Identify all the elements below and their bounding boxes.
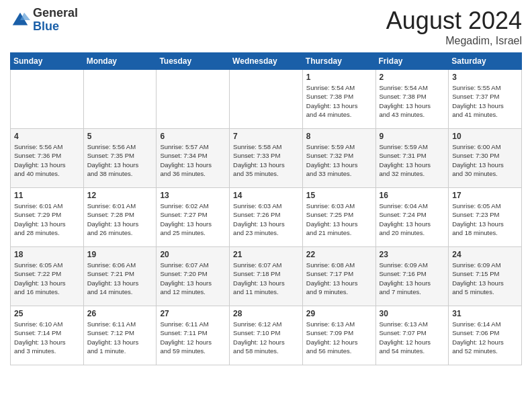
day-info: Sunrise: 6:10 AM Sunset: 7:14 PM Dayligh…: [14, 320, 80, 355]
logo: General Blue: [10, 7, 78, 34]
day-number: 9: [380, 132, 445, 141]
calendar-cell: 21Sunrise: 6:07 AM Sunset: 7:18 PM Dayli…: [230, 247, 303, 306]
day-info: Sunrise: 6:11 AM Sunset: 7:12 PM Dayligh…: [87, 320, 153, 355]
day-info: Sunrise: 5:59 AM Sunset: 7:31 PM Dayligh…: [380, 142, 445, 178]
day-number: 25: [14, 309, 80, 318]
day-number: 14: [233, 191, 299, 200]
day-number: 28: [233, 309, 299, 318]
day-info: Sunrise: 6:13 AM Sunset: 7:07 PM Dayligh…: [380, 320, 445, 355]
calendar-cell: 1Sunrise: 5:54 AM Sunset: 7:38 PM Daylig…: [302, 70, 375, 129]
calendar-week-5: 25Sunrise: 6:10 AM Sunset: 7:14 PM Dayli…: [11, 306, 522, 365]
day-info: Sunrise: 6:13 AM Sunset: 7:09 PM Dayligh…: [306, 320, 372, 355]
calendar-cell: 22Sunrise: 6:08 AM Sunset: 7:17 PM Dayli…: [302, 247, 375, 306]
day-info: Sunrise: 6:12 AM Sunset: 7:10 PM Dayligh…: [233, 320, 299, 355]
day-info: Sunrise: 5:54 AM Sunset: 7:38 PM Dayligh…: [306, 83, 372, 119]
calendar-cell: 14Sunrise: 6:03 AM Sunset: 7:26 PM Dayli…: [230, 188, 303, 247]
day-info: Sunrise: 6:11 AM Sunset: 7:11 PM Dayligh…: [160, 320, 226, 355]
day-number: 18: [14, 250, 80, 259]
day-number: 17: [452, 191, 518, 200]
calendar-cell: 15Sunrise: 6:03 AM Sunset: 7:25 PM Dayli…: [302, 188, 375, 247]
calendar-cell: 11Sunrise: 6:01 AM Sunset: 7:29 PM Dayli…: [11, 188, 84, 247]
calendar-cell: 6Sunrise: 5:57 AM Sunset: 7:34 PM Daylig…: [157, 129, 230, 188]
calendar-week-2: 4Sunrise: 5:56 AM Sunset: 7:36 PM Daylig…: [11, 129, 522, 188]
day-number: 5: [87, 132, 153, 141]
day-info: Sunrise: 5:59 AM Sunset: 7:32 PM Dayligh…: [306, 142, 372, 178]
calendar-cell: 28Sunrise: 6:12 AM Sunset: 7:10 PM Dayli…: [230, 306, 303, 365]
day-number: 3: [452, 73, 518, 82]
location-title: Megadim, Israel: [386, 35, 522, 47]
calendar-cell: 8Sunrise: 5:59 AM Sunset: 7:32 PM Daylig…: [302, 129, 375, 188]
day-info: Sunrise: 6:05 AM Sunset: 7:23 PM Dayligh…: [452, 201, 518, 237]
calendar-cell: [157, 70, 230, 129]
day-number: 20: [160, 250, 226, 259]
calendar-cell: 27Sunrise: 6:11 AM Sunset: 7:11 PM Dayli…: [157, 306, 230, 365]
calendar-week-4: 18Sunrise: 6:05 AM Sunset: 7:22 PM Dayli…: [11, 247, 522, 306]
day-info: Sunrise: 6:08 AM Sunset: 7:17 PM Dayligh…: [306, 261, 372, 296]
weekday-header-monday: Monday: [83, 53, 157, 70]
calendar-cell: 19Sunrise: 6:06 AM Sunset: 7:21 PM Dayli…: [83, 247, 157, 306]
calendar-cell: 12Sunrise: 6:01 AM Sunset: 7:28 PM Dayli…: [83, 188, 157, 247]
calendar-cell: 30Sunrise: 6:13 AM Sunset: 7:07 PM Dayli…: [375, 306, 449, 365]
day-number: 22: [306, 250, 372, 259]
day-info: Sunrise: 5:58 AM Sunset: 7:33 PM Dayligh…: [233, 142, 299, 178]
day-number: 2: [380, 73, 445, 82]
calendar-cell: 2Sunrise: 5:54 AM Sunset: 7:38 PM Daylig…: [375, 70, 449, 129]
day-info: Sunrise: 6:03 AM Sunset: 7:25 PM Dayligh…: [306, 201, 372, 237]
day-info: Sunrise: 6:07 AM Sunset: 7:18 PM Dayligh…: [233, 261, 299, 296]
calendar-cell: 5Sunrise: 5:56 AM Sunset: 7:35 PM Daylig…: [83, 129, 157, 188]
calendar-cell: 25Sunrise: 6:10 AM Sunset: 7:14 PM Dayli…: [11, 306, 84, 365]
day-info: Sunrise: 6:07 AM Sunset: 7:20 PM Dayligh…: [160, 261, 226, 296]
weekday-header-thursday: Thursday: [302, 53, 375, 70]
page-header: General Blue August 2024 Megadim, Israel: [10, 7, 522, 47]
day-number: 4: [14, 132, 80, 141]
day-info: Sunrise: 6:03 AM Sunset: 7:26 PM Dayligh…: [233, 201, 299, 237]
day-info: Sunrise: 6:06 AM Sunset: 7:21 PM Dayligh…: [87, 261, 153, 296]
day-number: 29: [306, 309, 372, 318]
calendar-cell: 7Sunrise: 5:58 AM Sunset: 7:33 PM Daylig…: [230, 129, 303, 188]
day-number: 1: [306, 73, 372, 82]
day-info: Sunrise: 5:55 AM Sunset: 7:37 PM Dayligh…: [452, 83, 518, 119]
calendar-cell: 23Sunrise: 6:09 AM Sunset: 7:16 PM Dayli…: [375, 247, 449, 306]
day-number: 11: [14, 191, 80, 200]
calendar-cell: 13Sunrise: 6:02 AM Sunset: 7:27 PM Dayli…: [157, 188, 230, 247]
day-number: 27: [160, 309, 226, 318]
day-info: Sunrise: 6:05 AM Sunset: 7:22 PM Dayligh…: [14, 261, 80, 296]
day-info: Sunrise: 6:01 AM Sunset: 7:29 PM Dayligh…: [14, 201, 80, 237]
calendar-cell: 3Sunrise: 5:55 AM Sunset: 7:37 PM Daylig…: [449, 70, 522, 129]
calendar-cell: 10Sunrise: 6:00 AM Sunset: 7:30 PM Dayli…: [449, 129, 522, 188]
day-number: 6: [160, 132, 226, 141]
day-info: Sunrise: 5:56 AM Sunset: 7:36 PM Dayligh…: [14, 142, 80, 178]
day-info: Sunrise: 6:09 AM Sunset: 7:15 PM Dayligh…: [452, 261, 518, 296]
day-info: Sunrise: 5:57 AM Sunset: 7:34 PM Dayligh…: [160, 142, 226, 178]
weekday-header-friday: Friday: [375, 53, 449, 70]
day-info: Sunrise: 6:14 AM Sunset: 7:06 PM Dayligh…: [452, 320, 518, 355]
calendar-cell: [83, 70, 157, 129]
day-info: Sunrise: 6:09 AM Sunset: 7:16 PM Dayligh…: [380, 261, 445, 296]
calendar-week-1: 1Sunrise: 5:54 AM Sunset: 7:38 PM Daylig…: [11, 70, 522, 129]
day-info: Sunrise: 5:54 AM Sunset: 7:38 PM Dayligh…: [380, 83, 445, 119]
day-number: 31: [452, 309, 518, 318]
month-title: August 2024: [386, 7, 522, 35]
calendar-cell: 4Sunrise: 5:56 AM Sunset: 7:36 PM Daylig…: [11, 129, 84, 188]
calendar-cell: 18Sunrise: 6:05 AM Sunset: 7:22 PM Dayli…: [11, 247, 84, 306]
calendar-cell: 31Sunrise: 6:14 AM Sunset: 7:06 PM Dayli…: [449, 306, 522, 365]
weekday-header-tuesday: Tuesday: [157, 53, 230, 70]
day-info: Sunrise: 5:56 AM Sunset: 7:35 PM Dayligh…: [87, 142, 153, 178]
calendar-week-3: 11Sunrise: 6:01 AM Sunset: 7:29 PM Dayli…: [11, 188, 522, 247]
title-area: August 2024 Megadim, Israel: [386, 7, 522, 47]
day-info: Sunrise: 6:04 AM Sunset: 7:24 PM Dayligh…: [380, 201, 445, 237]
calendar-cell: 16Sunrise: 6:04 AM Sunset: 7:24 PM Dayli…: [375, 188, 449, 247]
day-info: Sunrise: 6:00 AM Sunset: 7:30 PM Dayligh…: [452, 142, 518, 178]
calendar-cell: 29Sunrise: 6:13 AM Sunset: 7:09 PM Dayli…: [302, 306, 375, 365]
calendar-cell: 17Sunrise: 6:05 AM Sunset: 7:23 PM Dayli…: [449, 188, 522, 247]
calendar-cell: 24Sunrise: 6:09 AM Sunset: 7:15 PM Dayli…: [449, 247, 522, 306]
day-number: 19: [87, 250, 153, 259]
calendar-cell: 9Sunrise: 5:59 AM Sunset: 7:31 PM Daylig…: [375, 129, 449, 188]
day-number: 16: [380, 191, 445, 200]
day-number: 8: [306, 132, 372, 141]
day-number: 12: [87, 191, 153, 200]
weekday-header-saturday: Saturday: [449, 53, 522, 70]
calendar-cell: 26Sunrise: 6:11 AM Sunset: 7:12 PM Dayli…: [83, 306, 157, 365]
logo-blue-text: Blue: [33, 20, 78, 34]
calendar-table: SundayMondayTuesdayWednesdayThursdayFrid…: [10, 52, 522, 365]
